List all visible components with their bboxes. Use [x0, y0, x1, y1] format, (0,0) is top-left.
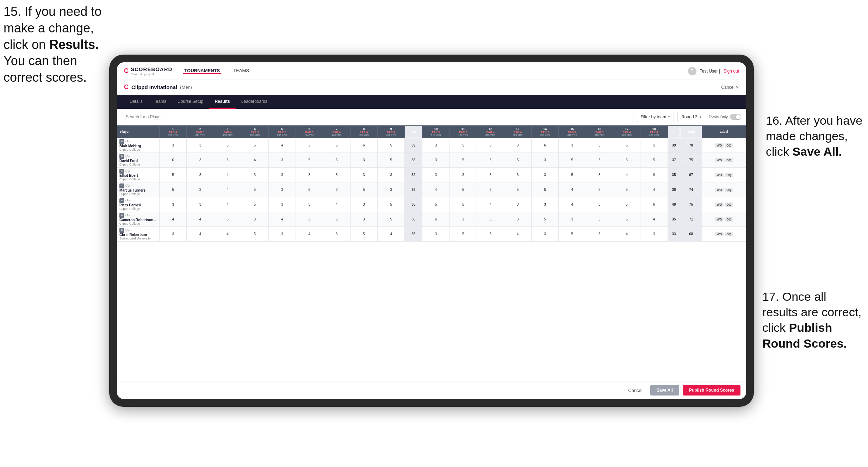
score-h16[interactable]: 3	[586, 227, 613, 242]
score-h17[interactable]: 6	[613, 138, 640, 153]
score-h10[interactable]: 3	[422, 138, 450, 153]
score-h3[interactable]: 4	[214, 227, 241, 242]
score-h4[interactable]: 4	[241, 153, 268, 168]
score-h15[interactable]: 3	[559, 212, 586, 227]
sign-out-link[interactable]: Sign out	[724, 69, 739, 74]
score-h16[interactable]: 3	[586, 212, 613, 227]
dq-button[interactable]: DQ	[725, 188, 733, 192]
wd-button[interactable]: WD	[715, 217, 724, 222]
filter-team-dropdown[interactable]: Filter by team ▾	[637, 112, 674, 122]
score-h13[interactable]: 3	[504, 197, 531, 212]
score-h18[interactable]: 4	[640, 182, 668, 197]
score-h17[interactable]: 5	[613, 197, 640, 212]
score-h6[interactable]: 5	[296, 197, 323, 212]
score-h4[interactable]: 5	[241, 182, 268, 197]
score-h8[interactable]: 3	[350, 168, 377, 182]
score-h7[interactable]: 5	[323, 212, 350, 227]
dq-button[interactable]: DQ	[725, 203, 733, 207]
score-h12[interactable]: 5	[477, 182, 504, 197]
score-h13[interactable]: 4	[504, 227, 531, 242]
wd-button[interactable]: WD	[715, 188, 724, 192]
score-h9[interactable]: 4	[378, 227, 405, 242]
score-h12[interactable]: 3	[477, 138, 504, 153]
sort-icon[interactable]: ≡	[119, 169, 124, 174]
score-h7[interactable]: 3	[323, 182, 350, 197]
score-h12[interactable]: 5	[477, 168, 504, 182]
score-h3[interactable]: 4	[214, 197, 241, 212]
score-h5[interactable]: 3	[268, 227, 296, 242]
score-h5[interactable]: 4	[268, 212, 296, 227]
score-h15[interactable]: 5	[559, 153, 586, 168]
sort-icon[interactable]: ≡	[119, 154, 124, 159]
score-h18[interactable]: 3	[640, 227, 668, 242]
score-h11[interactable]: 5	[450, 153, 477, 168]
score-h16[interactable]: 3	[586, 182, 613, 197]
score-h10[interactable]: 4	[422, 182, 450, 197]
score-h16[interactable]: 3	[586, 153, 613, 168]
score-h10[interactable]: 3	[422, 153, 450, 168]
tab-leaderboards[interactable]: Leaderboards	[236, 95, 273, 109]
score-h15[interactable]: 3	[559, 138, 586, 153]
score-h7[interactable]: 6	[323, 153, 350, 168]
score-h2[interactable]: 4	[187, 212, 214, 227]
score-h11[interactable]: 5	[450, 182, 477, 197]
score-h18[interactable]: 5	[640, 138, 668, 153]
wd-button[interactable]: WD	[715, 203, 724, 207]
score-h4[interactable]: 5	[241, 227, 268, 242]
score-h4[interactable]: 5	[241, 138, 268, 153]
wd-button[interactable]: WD	[715, 143, 724, 148]
score-h14[interactable]: 5	[531, 212, 558, 227]
tab-results[interactable]: Results	[209, 95, 235, 109]
score-h10[interactable]: 3	[422, 168, 450, 182]
score-h6[interactable]: 3	[296, 168, 323, 182]
score-h11[interactable]: 5	[450, 138, 477, 153]
sort-icon[interactable]: ≡	[119, 198, 124, 203]
score-h8[interactable]: 3	[350, 197, 377, 212]
dq-button[interactable]: DQ	[725, 143, 733, 148]
score-h4[interactable]: 5	[241, 197, 268, 212]
score-h12[interactable]: 5	[477, 212, 504, 227]
score-h8[interactable]: 3	[350, 153, 377, 168]
score-h16[interactable]: 5	[586, 138, 613, 153]
score-h14[interactable]: 5	[531, 182, 558, 197]
cancel-action-button[interactable]: Cancel	[624, 386, 646, 395]
score-h18[interactable]: 6	[640, 168, 668, 182]
score-h17[interactable]: 5	[613, 182, 640, 197]
score-h2[interactable]: 3	[187, 168, 214, 182]
score-h5[interactable]: 3	[268, 182, 296, 197]
score-h14[interactable]: 3	[531, 168, 558, 182]
score-h6[interactable]: 3	[296, 212, 323, 227]
save-all-button[interactable]: Save All	[650, 385, 679, 396]
score-h11[interactable]: 3	[450, 212, 477, 227]
score-h15[interactable]: 5	[559, 168, 586, 182]
score-h18[interactable]: 5	[640, 153, 668, 168]
score-h3[interactable]: 4	[214, 168, 241, 182]
tab-teams[interactable]: Teams	[148, 95, 172, 109]
nav-teams[interactable]: TEAMS	[232, 68, 250, 74]
score-h1[interactable]: 5	[160, 182, 187, 197]
score-h7[interactable]: 4	[323, 197, 350, 212]
score-h9[interactable]: 3	[378, 168, 405, 182]
sort-icon[interactable]: ≡	[119, 183, 124, 188]
score-h1[interactable]: 6	[160, 153, 187, 168]
score-h5[interactable]: 3	[268, 168, 296, 182]
score-h9[interactable]: 5	[378, 197, 405, 212]
nav-tournaments[interactable]: TOURNAMENTS	[183, 68, 221, 74]
score-h16[interactable]: 3	[586, 168, 613, 182]
score-h10[interactable]: 5	[422, 197, 450, 212]
dq-button[interactable]: DQ	[725, 232, 733, 236]
score-h17[interactable]: 4	[613, 168, 640, 182]
sort-icon[interactable]: ≡	[119, 228, 124, 233]
score-h15[interactable]: 4	[559, 182, 586, 197]
tab-course-setup[interactable]: Course Setup	[172, 95, 209, 109]
score-h13[interactable]: 5	[504, 182, 531, 197]
score-h1[interactable]: 4	[160, 212, 187, 227]
score-h12[interactable]: 4	[477, 197, 504, 212]
score-h14[interactable]: 3	[531, 153, 558, 168]
score-h1[interactable]: 3	[160, 227, 187, 242]
score-h3[interactable]: 5	[214, 138, 241, 153]
score-h7[interactable]: 5	[323, 168, 350, 182]
score-h10[interactable]: 6	[422, 212, 450, 227]
score-h11[interactable]: 5	[450, 227, 477, 242]
score-h9[interactable]: 3	[378, 182, 405, 197]
